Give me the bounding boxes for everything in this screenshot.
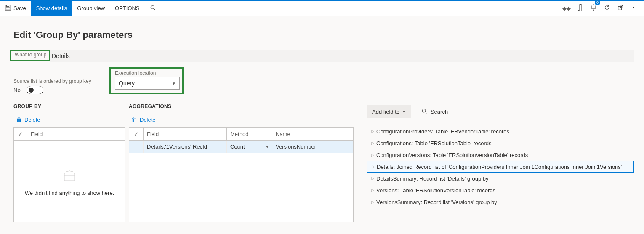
aggregations-row-name[interactable]: VersionsNumber (272, 141, 353, 153)
aggregations-section: AGGREGATIONS 🗑 Delete ✓ Field Method Nam… (129, 104, 354, 222)
svg-point-3 (151, 5, 154, 9)
datasource-tree: ▷ConfigurationProviders: Table 'ERVendor… (367, 125, 634, 208)
refresh-icon (604, 5, 610, 12)
expand-icon[interactable]: ▷ (369, 188, 376, 192)
chevron-down-icon: ▼ (402, 109, 406, 114)
tree-item[interactable]: ▷DetailsSummary: Record list 'Details' g… (367, 173, 634, 184)
toolbar-left: Save Show details Group view OPTIONS (0, 1, 161, 16)
sections: GROUP BY 🗑 Delete ✓ Field We didn't find… (10, 104, 634, 222)
tree-item[interactable]: ▷VersionsSummary: Record list 'Versions'… (367, 196, 634, 208)
add-field-to-label: Add field to (372, 109, 399, 115)
tree-item[interactable]: ▷Versions: Table 'ERSolutionVersionTable… (367, 184, 634, 196)
tree-item[interactable]: ▷ConfigurationVersions: Table 'ERSolutio… (367, 149, 634, 161)
aggregations-row[interactable]: Details.'1Versions'.RecId Count ▼ Versio… (129, 141, 353, 153)
search-icon (421, 108, 427, 115)
connector-icon: ◆◆ (562, 5, 571, 11)
svg-line-12 (425, 112, 426, 113)
refresh-button[interactable] (601, 3, 613, 14)
page-body: Edit 'Group By' parameters What to group… (0, 16, 644, 222)
execution-location-label: Execution location (115, 70, 180, 76)
datasource-panel: Add field to ▼ Search ▷ConfigurationProv… (367, 104, 634, 222)
popout-button[interactable] (615, 3, 626, 14)
options-button[interactable]: OPTIONS (110, 1, 145, 16)
save-button[interactable]: Save (0, 1, 31, 16)
group-by-field-col[interactable]: Field (27, 128, 125, 140)
group-view-label: Group view (77, 5, 105, 11)
tree-item-label: ConfigurationProviders: Table 'ERVendorT… (376, 128, 509, 135)
execution-location-dropdown[interactable]: Query ▼ (115, 77, 180, 90)
group-by-empty-text: We didn't find anything to show here. (25, 190, 114, 196)
group-by-grid-header: ✓ Field (14, 128, 125, 141)
svg-rect-2 (6, 8, 10, 10)
ordered-by-key-group: Source list is ordered by group key No (10, 78, 109, 94)
aggregations-field-col[interactable]: Field (144, 128, 227, 140)
options-label: OPTIONS (115, 5, 140, 11)
close-icon (631, 5, 636, 11)
trash-icon: 🗑 (131, 116, 137, 123)
expand-icon[interactable]: ▷ (369, 141, 376, 145)
search-button[interactable]: Search (416, 105, 453, 118)
ordered-by-key-toggle[interactable] (27, 86, 43, 94)
notifications-button[interactable]: 0 (588, 3, 599, 14)
app-toolbar: Save Show details Group view OPTIONS ◆◆ … (0, 1, 644, 16)
group-by-delete-label: Delete (24, 117, 40, 123)
group-by-grid: ✓ Field We didn't find anything to show … (13, 127, 125, 222)
connector-icon-button[interactable]: ◆◆ (561, 3, 572, 14)
aggregations-name-col[interactable]: Name (272, 128, 353, 140)
svg-point-11 (422, 109, 426, 112)
aggregations-row-check[interactable] (129, 141, 144, 153)
expand-icon[interactable]: ▷ (369, 129, 376, 133)
svg-rect-10 (64, 173, 75, 181)
group-by-check-col[interactable]: ✓ (14, 128, 27, 140)
add-field-to-button[interactable]: Add field to ▼ (367, 105, 411, 118)
bell-icon (591, 4, 596, 12)
what-to-group-value: Details (52, 53, 70, 59)
ordered-by-key-toggle-row: No (13, 86, 109, 94)
execution-location-highlight: Execution location Query ▼ (109, 67, 184, 94)
office-icon-button[interactable] (574, 3, 586, 14)
svg-point-6 (593, 10, 594, 11)
save-button-label: Save (13, 5, 26, 11)
tree-item-label: DetailsSummary: Record list 'Details' gr… (376, 176, 489, 182)
group-by-empty: We didn't find anything to show here. (14, 141, 125, 222)
what-to-group-field[interactable]: Details (50, 50, 634, 62)
aggregations-row-method-value: Count (230, 144, 245, 150)
search-label: Search (431, 109, 448, 115)
svg-marker-5 (578, 4, 581, 11)
expand-icon[interactable]: ▷ (369, 153, 376, 157)
popout-icon (617, 5, 623, 12)
aggregations-method-col[interactable]: Method (227, 128, 272, 140)
page-title: Edit 'Group By' parameters (13, 29, 634, 40)
aggregations-check-col[interactable]: ✓ (129, 128, 144, 140)
tree-item[interactable]: ▷ConfigurationProviders: Table 'ERVendor… (367, 125, 634, 137)
aggregations-row-method[interactable]: Count ▼ (227, 141, 272, 153)
what-to-group-row: What to group Details (10, 50, 634, 62)
tree-item-label: Details: Joined Record list of 'Configur… (377, 164, 622, 170)
toolbar-right: ◆◆ 0 (561, 1, 644, 16)
tree-item[interactable]: ▷Details: Joined Record list of 'Configu… (367, 161, 634, 173)
chevron-down-icon: ▼ (265, 144, 269, 149)
group-by-heading: GROUP BY (13, 104, 125, 109)
group-by-section: GROUP BY 🗑 Delete ✓ Field We didn't find… (13, 104, 125, 222)
expand-icon[interactable]: ▷ (369, 165, 377, 169)
notifications-badge: 0 (595, 0, 600, 5)
toolbar-search-button[interactable] (145, 1, 161, 16)
aggregations-row-field[interactable]: Details.'1Versions'.RecId (144, 141, 227, 153)
expand-icon[interactable]: ▷ (369, 176, 376, 181)
empty-box-icon (61, 166, 78, 183)
tree-item-label: Configurations: Table 'ERSolutionTable' … (376, 140, 492, 146)
chevron-down-icon: ▼ (172, 81, 176, 86)
aggregations-grid: ✓ Field Method Name Details.'1Versions'.… (129, 127, 354, 222)
group-by-delete-button[interactable]: 🗑 Delete (13, 114, 125, 127)
aggregations-delete-label: Delete (140, 117, 156, 123)
group-view-button[interactable]: Group view (72, 1, 110, 16)
tree-item[interactable]: ▷Configurations: Table 'ERSolutionTable'… (367, 137, 634, 149)
close-button[interactable] (628, 3, 640, 14)
tree-item-label: Versions: Table 'ERSolutionVersionTable'… (376, 187, 495, 194)
tree-item-label: ConfigurationVersions: Table 'ERSolution… (376, 152, 528, 158)
show-details-button[interactable]: Show details (31, 1, 72, 16)
aggregations-grid-header: ✓ Field Method Name (129, 128, 353, 141)
expand-icon[interactable]: ▷ (369, 200, 376, 204)
what-to-group-highlight: What to group (10, 50, 50, 61)
aggregations-delete-button[interactable]: 🗑 Delete (129, 114, 354, 127)
